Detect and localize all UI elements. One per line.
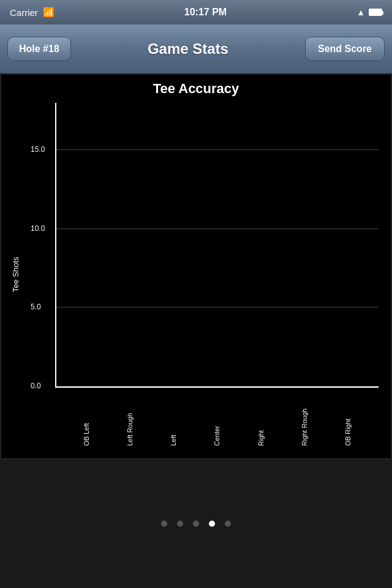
page-dot-1[interactable] bbox=[177, 521, 183, 527]
status-time: 10:17 PM bbox=[184, 7, 227, 18]
grid-label-10: 10.0 bbox=[31, 224, 45, 233]
status-left: Carrier 📶 bbox=[10, 7, 55, 18]
chart-area: Tee Accuracy Tee Shots 15.0 10.0 bbox=[0, 74, 392, 459]
x-labels: OB LeftLeft RoughLeftCenterRightRight Ro… bbox=[55, 388, 379, 446]
grid-label-5: 5.0 bbox=[31, 303, 41, 311]
hole-button[interactable]: Hole #18 bbox=[7, 37, 71, 61]
chart-title: Tee Accuracy bbox=[1, 81, 391, 97]
send-score-button[interactable]: Send Score bbox=[305, 37, 385, 61]
status-bar: Carrier 📶 10:17 PM ▲ bbox=[0, 0, 392, 24]
y-axis-label: Tee Shots bbox=[6, 103, 24, 446]
x-label-3: Center bbox=[195, 391, 238, 446]
grid-label-0: 0.0 bbox=[31, 382, 41, 390]
carrier-label: Carrier bbox=[10, 7, 38, 18]
page-indicator bbox=[161, 521, 231, 527]
x-label-4: Right bbox=[239, 391, 282, 446]
bottom-area bbox=[0, 459, 392, 588]
page-dot-3[interactable] bbox=[209, 521, 215, 527]
x-label-5: Right Rough bbox=[282, 391, 326, 446]
x-label-0: OB Left bbox=[64, 391, 108, 446]
chart-content: 15.0 10.0 5.0 0.0 bbox=[24, 103, 385, 446]
x-label-2: Left bbox=[151, 391, 195, 446]
page-title: Game Stats bbox=[71, 40, 305, 58]
bars-container bbox=[56, 103, 379, 386]
nav-bar: Hole #18 Game Stats Send Score bbox=[0, 24, 392, 74]
location-icon: ▲ bbox=[356, 7, 365, 17]
page-dot-2[interactable] bbox=[193, 521, 199, 527]
wifi-icon: 📶 bbox=[43, 7, 55, 18]
status-right: ▲ bbox=[356, 7, 382, 17]
page-dot-0[interactable] bbox=[161, 521, 167, 527]
battery-indicator bbox=[369, 9, 382, 16]
x-label-6: OB Right bbox=[326, 391, 369, 446]
chart-inner-area: Tee Shots 15.0 10.0 5.0 bbox=[1, 103, 391, 446]
page-dot-4[interactable] bbox=[225, 521, 231, 527]
grid-label-15: 15.0 bbox=[31, 145, 45, 154]
plot-area: 15.0 10.0 5.0 0.0 bbox=[55, 103, 379, 388]
x-label-1: Left Rough bbox=[108, 391, 151, 446]
